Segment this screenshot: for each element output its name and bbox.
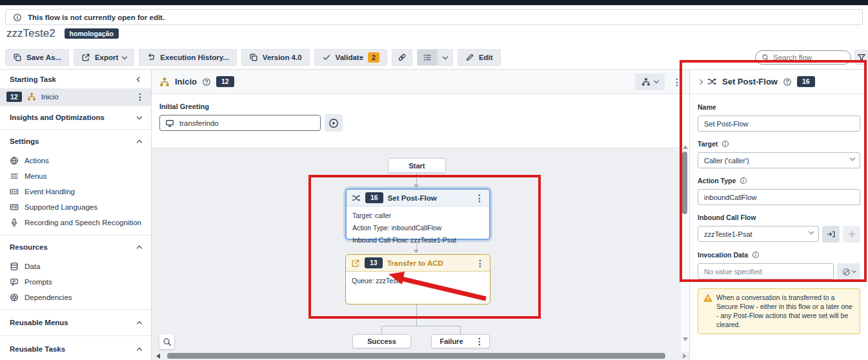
inbound-call-flow-select[interactable] <box>698 226 819 243</box>
help-icon[interactable] <box>202 77 211 86</box>
sidebar-item-data[interactable]: Data <box>0 259 151 274</box>
sidebar: Starting Task 12 Inicio ⋮ Insights and O… <box>0 70 152 360</box>
failure-node-label: Failure <box>437 337 466 345</box>
start-node[interactable]: Start <box>388 158 446 173</box>
sidebar-section-starting-task[interactable]: Starting Task <box>0 70 151 88</box>
monitor-icon <box>165 119 174 128</box>
edit-button[interactable]: Edit <box>458 49 501 66</box>
sidebar-item-inicio[interactable]: 12 Inicio ⋮ <box>0 88 151 105</box>
insights-header: Insights and Optimizations <box>10 114 105 121</box>
panel-header: Set Post-Flow 16 <box>690 70 868 94</box>
search-flow-input[interactable] <box>773 54 845 61</box>
validate-button[interactable]: Validate 2 <box>314 49 387 66</box>
node-number-badge: 13 <box>365 257 383 268</box>
invocation-data-input[interactable] <box>698 263 834 279</box>
horizontal-scroll-thumb[interactable] <box>167 353 665 359</box>
sidebar-item-supported-languages[interactable]: Supported Languages <box>0 199 151 215</box>
kebab-menu-icon[interactable]: ⋮ <box>475 194 484 203</box>
execution-history-button[interactable]: Execution History... <box>139 49 237 66</box>
sidebar-section-insights[interactable]: Insights and Optimizations <box>0 106 151 129</box>
node-detail-queue: Queue: zzzTeste <box>352 277 484 285</box>
kebab-menu-icon[interactable]: ⋮ <box>672 77 681 86</box>
canvas-zoom-button[interactable] <box>159 334 174 349</box>
name-input[interactable] <box>698 115 860 132</box>
list-view-button[interactable] <box>417 49 438 66</box>
sidebar-section-settings[interactable]: Settings <box>0 130 151 153</box>
transfer-to-acd-node[interactable]: 13 Transfer to ACD ⋮ Queue: zzzTeste <box>345 254 490 305</box>
connector-line <box>381 326 382 334</box>
action-type-input[interactable] <box>698 189 860 205</box>
flow-canvas[interactable]: Start 16 Set Post-Flow ⋮ Target: caller … <box>152 147 689 352</box>
kebab-menu-icon[interactable]: ⋮ <box>136 92 145 101</box>
set-post-flow-node[interactable]: 16 Set Post-Flow ⋮ Target: caller Action… <box>345 188 490 240</box>
sidebar-item-recording-speech[interactable]: Recording and Speech Recognition <box>0 215 151 230</box>
info-icon[interactable] <box>752 251 760 259</box>
target-select-value[interactable] <box>698 152 860 168</box>
panel-title: Set Post-Flow <box>722 77 778 86</box>
warning-text: When a conversation is transferred to a … <box>716 294 853 328</box>
globe-icon <box>10 156 19 165</box>
chevron-right-icon[interactable] <box>698 79 703 84</box>
action-type-label: Action Type <box>698 177 860 185</box>
no-value-dropdown-button[interactable] <box>837 263 860 280</box>
add-flow-button[interactable] <box>843 226 860 243</box>
environment-badge: homologação <box>65 28 119 39</box>
resources-header: Resources <box>10 243 48 251</box>
sidebar-section-resources[interactable]: Resources <box>0 235 151 259</box>
initial-greeting-input[interactable]: transferindo <box>159 115 321 131</box>
initial-greeting-label: Initial Greeting <box>159 103 209 110</box>
sidebar-item-actions[interactable]: Actions <box>0 153 151 168</box>
search-icon <box>762 54 769 61</box>
sidebar-item-label: Supported Languages <box>25 203 97 211</box>
export-button[interactable]: Export <box>74 49 134 66</box>
task-number-badge: 12 <box>216 76 234 87</box>
sidebar-item-event-handling[interactable]: Event Handling <box>0 184 151 199</box>
open-flow-button[interactable] <box>822 226 840 243</box>
scroll-down-arrow[interactable] <box>683 337 688 341</box>
readonly-banner-text: This flow is not currently open for edit… <box>28 14 165 21</box>
node-detail-action-type: Action Type: inboundCallFlow <box>352 224 483 232</box>
sidebar-item-menus[interactable]: Menus <box>0 168 151 184</box>
chevron-up-icon <box>137 140 142 145</box>
play-button[interactable] <box>325 114 343 132</box>
sidebar-section-reusable-tasks[interactable]: Reusable Tasks <box>0 336 151 360</box>
horizontal-scrollbar[interactable] <box>152 352 689 360</box>
layout-dropdown-button[interactable] <box>635 74 665 90</box>
inbound-call-flow-value[interactable] <box>698 226 819 242</box>
list-view-dropdown-button[interactable] <box>438 49 453 66</box>
vertical-scrollbar[interactable] <box>681 143 689 352</box>
scroll-left-arrow[interactable] <box>156 354 160 359</box>
scroll-up-arrow[interactable] <box>683 145 688 149</box>
chevron-down-icon <box>851 268 856 273</box>
sidebar-section-reusable-menus[interactable]: Reusable Menus <box>0 310 151 335</box>
version-button[interactable]: Version 4.0 <box>241 49 310 66</box>
sidebar-item-label: Event Handling <box>25 188 75 195</box>
prompt-icon <box>10 277 19 286</box>
success-node[interactable]: Success <box>352 334 411 348</box>
play-circle-icon <box>328 118 339 128</box>
failure-node[interactable]: Failure ⋮ <box>431 334 490 348</box>
kebab-menu-icon[interactable]: ⋮ <box>476 259 485 268</box>
kebab-menu-icon[interactable]: ⋮ <box>475 337 484 346</box>
node-title: Transfer to ACD <box>387 259 443 267</box>
connector-arrow <box>414 250 419 254</box>
help-icon[interactable] <box>783 77 792 86</box>
properties-panel: Set Post-Flow 16 Name Target Action Type <box>689 70 868 360</box>
filter-button[interactable] <box>854 50 868 65</box>
scroll-right-arrow[interactable] <box>683 354 687 359</box>
chevron-down-icon <box>443 54 448 59</box>
vertical-scroll-thumb[interactable] <box>682 152 687 214</box>
info-icon <box>13 13 22 22</box>
languages-icon <box>10 203 19 212</box>
task-title: Inicio <box>175 77 197 86</box>
sidebar-item-dependencies[interactable]: Dependencies <box>0 290 151 305</box>
invocation-data-label: Invocation Data <box>698 251 860 259</box>
info-icon[interactable] <box>740 177 747 185</box>
sidebar-item-prompts[interactable]: Prompts <box>0 274 151 290</box>
info-icon[interactable] <box>722 140 729 148</box>
search-flow-box[interactable] <box>755 50 851 65</box>
node-detail-inbound-flow: Inbound Call Flow: zzzTeste1-Psat <box>352 236 483 244</box>
link-button[interactable] <box>392 49 412 66</box>
target-select[interactable] <box>698 152 860 168</box>
save-as-button[interactable]: Save As... <box>5 49 69 66</box>
